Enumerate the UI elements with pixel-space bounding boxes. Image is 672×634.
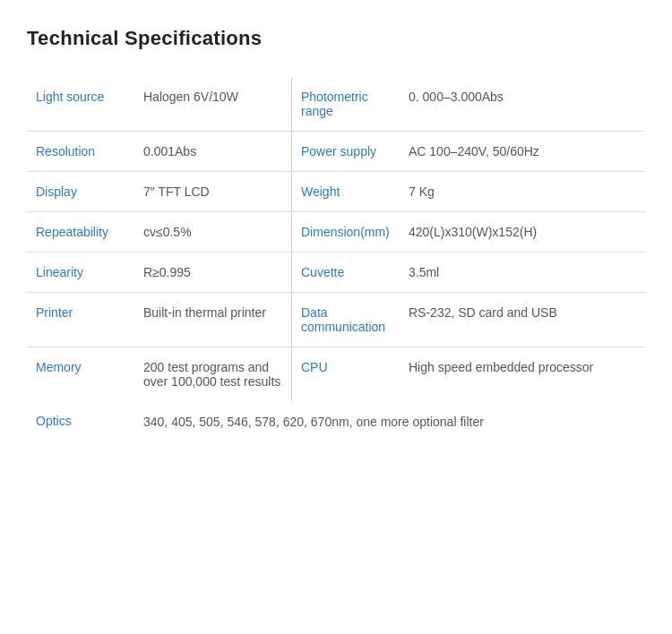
- right-value-6: High speed embedded processor: [400, 347, 645, 402]
- table-row: Resolution 0.001Abs Power supply AC 100–…: [27, 132, 645, 172]
- right-label-5: Data communication: [292, 293, 400, 347]
- optics-row: Optics 340, 405, 505, 546, 578, 620, 670…: [27, 401, 645, 441]
- left-value-1: 0.001Abs: [134, 132, 291, 172]
- table-row: Linearity R≥0.995 Cuvette 3.5ml: [27, 253, 645, 293]
- right-label-3: Dimension(mm): [292, 212, 400, 253]
- table-row: Light source Halogen 6V/10W Photometric …: [27, 77, 645, 132]
- left-label-4: Linearity: [27, 253, 134, 293]
- right-label-4: Cuvette: [292, 253, 400, 293]
- left-value-2: 7″ TFT LCD: [134, 172, 291, 212]
- table-row: Display 7″ TFT LCD Weight 7 Kg: [27, 172, 645, 212]
- table-row: Repeatability cv≤0.5% Dimension(mm) 420(…: [27, 212, 645, 253]
- left-label-3: Repeatability: [27, 212, 134, 253]
- page-title: Technical Specifications: [27, 27, 645, 50]
- table-row: Memory 200 test programs and over 100,00…: [27, 347, 645, 402]
- left-label-2: Display: [27, 172, 134, 212]
- left-label-6: Memory: [27, 347, 134, 402]
- right-value-2: 7 Kg: [400, 172, 645, 212]
- optics-label: Optics: [27, 401, 134, 441]
- right-label-1: Power supply: [292, 132, 400, 172]
- right-value-0: 0. 000–3.000Abs: [400, 77, 645, 132]
- right-label-0: Photometric range: [292, 77, 400, 132]
- right-label-2: Weight: [292, 172, 400, 212]
- left-label-5: Printer: [27, 293, 134, 347]
- left-value-3: cv≤0.5%: [134, 212, 291, 253]
- specs-table: Light source Halogen 6V/10W Photometric …: [27, 77, 645, 441]
- left-label-0: Light source: [27, 77, 134, 132]
- table-row: Printer Built-in thermal printer Data co…: [27, 293, 645, 347]
- left-label-1: Resolution: [27, 132, 134, 172]
- optics-value: 340, 405, 505, 546, 578, 620, 670nm, one…: [134, 401, 645, 441]
- left-value-4: R≥0.995: [134, 253, 291, 293]
- left-value-6: 200 test programs and over 100,000 test …: [134, 347, 291, 402]
- right-value-5: RS-232, SD card and USB: [400, 293, 645, 347]
- right-value-4: 3.5ml: [400, 253, 645, 293]
- right-label-6: CPU: [292, 347, 400, 402]
- right-value-3: 420(L)x310(W)x152(H): [400, 212, 645, 253]
- right-value-1: AC 100–240V, 50/60Hz: [400, 132, 645, 172]
- left-value-5: Built-in thermal printer: [134, 293, 291, 347]
- left-value-0: Halogen 6V/10W: [134, 77, 291, 132]
